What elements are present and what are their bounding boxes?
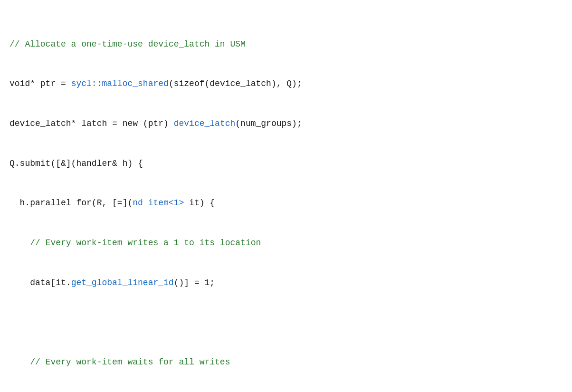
code-text: device_latch* latch =	[10, 119, 123, 128]
code-text: (sizeof(device_latch), Q);	[169, 79, 302, 88]
code-line-7: data[it.get_global_linear_id()] = 1;	[10, 277, 562, 290]
code-line-4: Q.submit([&](handler& h) {	[10, 157, 562, 171]
code-text: (num_groups);	[235, 119, 302, 128]
code-text: (ptr)	[138, 119, 174, 128]
comment: // Allocate a one-time-use device_latch …	[10, 39, 246, 49]
code-text: data[it.	[10, 278, 71, 287]
code-line-1: // Allocate a one-time-use device_latch …	[10, 38, 562, 51]
code-text: Q.submit([&](handler& h) {	[10, 159, 143, 168]
code-text: h.parallel_for(R, [=](	[10, 198, 133, 208]
code-line-6: // Every work-item writes a 1 to its loc…	[10, 237, 562, 250]
code-text	[10, 317, 15, 327]
comment-waits: // Every work-item waits for all writes	[10, 357, 230, 367]
keyword-new: new	[123, 119, 138, 128]
code-line-8	[10, 316, 562, 329]
sycl-func-get-global: get_global_linear_id	[71, 278, 174, 287]
code-text: ()] = 1;	[174, 278, 215, 287]
sycl-func-nd-item: nd_item<1>	[133, 198, 184, 208]
code-line-5: h.parallel_for(R, [=](nd_item<1> it) {	[10, 197, 562, 210]
code-line-9: // Every work-item waits for all writes	[10, 356, 562, 369]
sycl-func-device-latch: device_latch	[174, 119, 236, 128]
code-line-2: void* ptr = sycl::malloc_shared(sizeof(d…	[10, 77, 562, 91]
comment-writes: // Every work-item writes a 1 to its loc…	[10, 238, 261, 248]
code-text: it) {	[184, 198, 215, 208]
sycl-func: sycl::malloc_shared	[71, 79, 169, 88]
keyword-void: void	[10, 79, 30, 88]
code-line-3: device_latch* latch = new (ptr) device_l…	[10, 117, 562, 131]
code-text: * ptr =	[30, 79, 71, 88]
code-block: // Allocate a one-time-use device_latch …	[10, 11, 562, 392]
